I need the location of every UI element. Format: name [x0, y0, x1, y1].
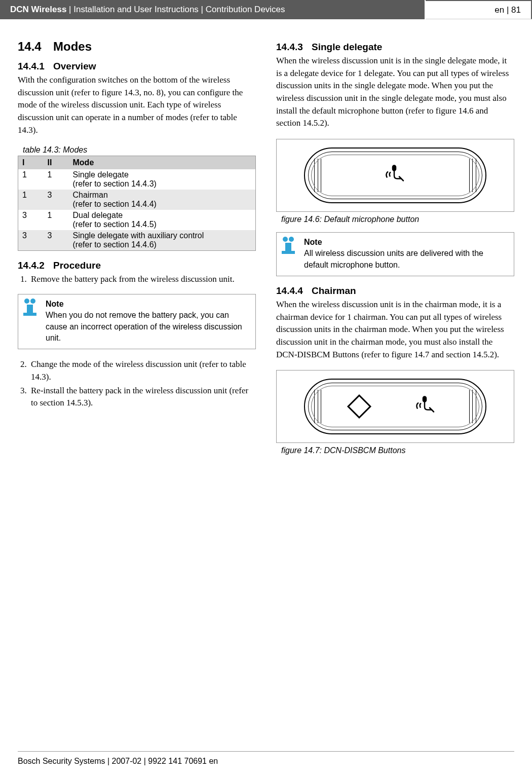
info-icon [22, 299, 37, 316]
table-row: 3 3 Single delegate with auxiliary contr… [18, 230, 256, 251]
note-title: Note [304, 237, 509, 248]
default-mic-button-graphic [304, 147, 486, 203]
figure-14-7 [276, 370, 514, 443]
figure-caption-14-6: figure 14.6: Default microphone button [281, 215, 514, 224]
heading-14-4-3: 14.4.3Single delegate [276, 42, 514, 53]
right-column: 14.4.3Single delegate When the wireless … [276, 40, 514, 462]
paragraph-chairman: When the wireless discussion unit is in … [276, 299, 514, 361]
header-breadcrumb: DCN Wireless | Installation and User Ins… [0, 0, 426, 19]
heading-14-4: 14.4Modes [18, 40, 256, 54]
priority-icon [347, 394, 371, 419]
mic-icon [414, 394, 437, 420]
left-column: 14.4Modes 14.4.1Overview With the config… [18, 40, 256, 462]
svg-rect-0 [393, 165, 396, 170]
page-footer: Bosch Security Systems | 2007-02 | 9922 … [18, 751, 514, 766]
note-title: Note [46, 299, 250, 310]
page-header: DCN Wireless | Installation and User Ins… [0, 0, 532, 19]
list-item: Change the mode of the wireless discussi… [29, 358, 256, 383]
header-trail: Installation and User Instructions [73, 5, 199, 14]
table-row: 1 3 Chairman(refer to section 14.4.4) [18, 190, 256, 210]
heading-14-4-2: 14.4.2Procedure [18, 260, 256, 271]
paragraph-single-delegate: When the wireless discussion unit is in … [276, 55, 514, 130]
table-modes: I II Mode 1 1 Single delegate(refer to s… [18, 156, 256, 251]
heading-14-4-4: 14.4.4Chairman [276, 285, 514, 297]
svg-rect-1 [423, 397, 426, 402]
table-row: 1 1 Single delegate(refer to section 14.… [18, 169, 256, 190]
list-item: Re-install the battery pack in the wirel… [29, 385, 256, 410]
note-body: All wireless discussion units are delive… [304, 248, 509, 271]
heading-14-4-1: 14.4.1Overview [18, 61, 256, 72]
list-item: Remove the battery pack from the wireles… [29, 273, 256, 286]
procedure-list-cont: Change the mode of the wireless discussi… [18, 358, 256, 410]
header-page: en | 81 [426, 0, 532, 19]
paragraph-overview: With the configuration switches on the b… [18, 74, 256, 136]
table-row: 3 1 Dual delegate(refer to section 14.4.… [18, 210, 256, 230]
figure-14-6 [276, 139, 514, 212]
disbcm-buttons-graphic [304, 379, 486, 434]
note-battery: Note When you do not remove the battery … [18, 294, 256, 350]
figure-caption-14-7: figure 14.7: DCN-DISBCM Buttons [281, 446, 514, 455]
header-product: DCN Wireless [10, 5, 66, 14]
table-caption-14-3: table 14.3: Modes [23, 145, 256, 155]
header-section: Contribution Devices [206, 5, 285, 14]
procedure-list: Remove the battery pack from the wireles… [18, 273, 256, 286]
note-default-button: Note All wireless discussion units are d… [276, 232, 514, 276]
note-body: When you do not remove the battery pack,… [46, 310, 250, 344]
info-icon [281, 237, 296, 254]
mic-icon [384, 162, 406, 188]
